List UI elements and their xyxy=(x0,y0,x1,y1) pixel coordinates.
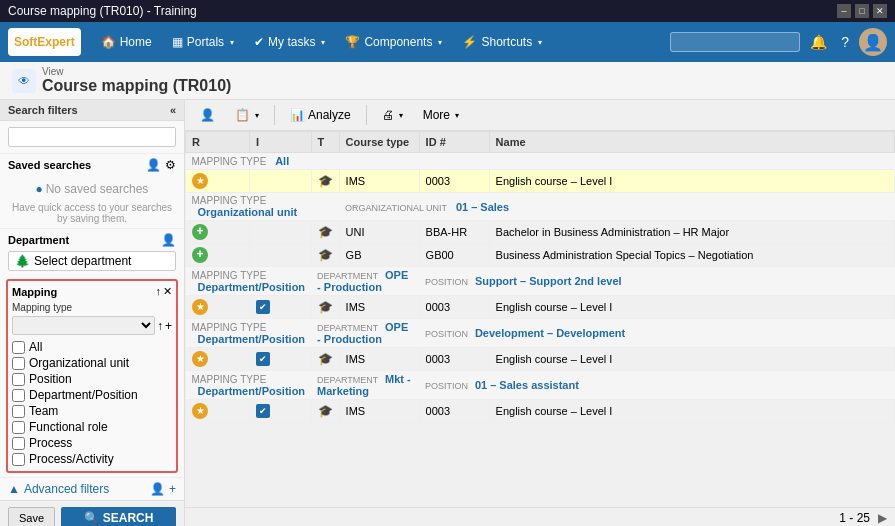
analyze-btn[interactable]: 📊 Analyze xyxy=(283,104,358,126)
cell-name: English course – Level I xyxy=(489,400,894,423)
mapping-check-deptpos[interactable]: Department/Position xyxy=(12,387,172,403)
table-row[interactable]: ★ ✔ 🎓 IMS 0003 English course – Level I xyxy=(186,348,895,371)
cell-r: + xyxy=(186,244,250,267)
table-footer: 1 - 25 ▶ xyxy=(185,507,895,526)
help-icon[interactable]: ? xyxy=(837,30,853,54)
notification-icon[interactable]: 🔔 xyxy=(806,30,831,54)
mapping-icons: ↑ ✕ xyxy=(156,285,173,298)
mapping-group-deptpos3: MAPPING TYPE Department/Position DEPARTM… xyxy=(186,371,895,400)
col-name: Name xyxy=(489,132,894,153)
cell-i xyxy=(249,170,311,193)
breadcrumb-text: View Course mapping (TR010) xyxy=(42,66,231,95)
select-department-btn[interactable]: 🌲 Select department xyxy=(8,251,176,271)
mapping-group-deptpos1-type: MAPPING TYPE Department/Position xyxy=(186,267,312,296)
table-row[interactable]: + 🎓 GB GB00 Business Administration Spec… xyxy=(186,244,895,267)
col-r: R xyxy=(186,132,250,153)
mapping-up-icon[interactable]: ↑ xyxy=(157,319,163,333)
nav-mytasks[interactable]: ✔ My tasks ▾ xyxy=(246,22,333,62)
minimize-btn[interactable]: – xyxy=(837,4,851,18)
nav-portals-label: Portals xyxy=(187,35,224,49)
sidebar-collapse-btn[interactable]: « xyxy=(170,104,176,116)
check-icon: ✔ xyxy=(256,300,270,314)
table-row[interactable]: ★ ✔ 🎓 IMS 0003 English course – Level I xyxy=(186,296,895,319)
mapping-group-deptpos2-dept: DEPARTMENT OPE - Production xyxy=(311,319,419,348)
sidebar-search-input[interactable] xyxy=(8,127,176,147)
mapping-group-deptpos2-type: MAPPING TYPE Department/Position xyxy=(186,319,312,348)
components-icon: 🏆 xyxy=(345,35,360,49)
mapping-group-deptpos1: MAPPING TYPE Department/Position DEPARTM… xyxy=(186,267,895,296)
check-icon: ✔ xyxy=(256,404,270,418)
logo: SoftExpert xyxy=(8,28,81,56)
print-caret: ▾ xyxy=(399,111,403,120)
mapping-check-org[interactable]: Organizational unit xyxy=(12,355,172,371)
print-btn[interactable]: 🖨 ▾ xyxy=(375,104,410,126)
sidebar-bottom: Save 🔍 SEARCH xyxy=(0,500,184,526)
maximize-btn[interactable]: □ xyxy=(855,4,869,18)
mapping-type-select[interactable] xyxy=(12,316,155,335)
close-btn[interactable]: ✕ xyxy=(873,4,887,18)
mapping-icon1[interactable]: ↑ xyxy=(156,285,162,298)
cell-course-type: UNI xyxy=(339,221,419,244)
course-hat-icon: 🎓 xyxy=(318,404,333,418)
person-toolbar-btn[interactable]: 👤 xyxy=(193,104,222,126)
cell-i: ✔ xyxy=(249,400,311,423)
content-area: 👤 📋 ▾ 📊 Analyze 🖨 ▾ More ▾ xyxy=(185,100,895,526)
nav-home[interactable]: 🏠 Home xyxy=(93,22,160,62)
mapping-add-icon[interactable]: + xyxy=(165,319,172,333)
search-button[interactable]: 🔍 SEARCH xyxy=(61,507,176,526)
mapping-group-deptpos1-pos: POSITION Support – Support 2nd level xyxy=(419,267,894,296)
cell-id: 0003 xyxy=(419,400,489,423)
cell-i xyxy=(249,221,311,244)
col-course-type: Course type xyxy=(339,132,419,153)
nav-components[interactable]: 🏆 Components ▾ xyxy=(337,22,450,62)
export-toolbar-btn[interactable]: 📋 ▾ xyxy=(228,104,266,126)
cell-t: 🎓 xyxy=(311,400,339,423)
nav-portals[interactable]: ▦ Portals ▾ xyxy=(164,22,242,62)
content-toolbar: 👤 📋 ▾ 📊 Analyze 🖨 ▾ More ▾ xyxy=(185,100,895,131)
saved-searches-icons: 👤 ⚙ xyxy=(146,158,176,172)
saved-search-add-icon[interactable]: 👤 xyxy=(146,158,161,172)
chevron-up-icon: ▲ xyxy=(8,482,20,496)
mapping-checklist: All Organizational unit Position Departm… xyxy=(12,339,172,467)
mapping-group-deptpos2-pos: POSITION Development – Development xyxy=(419,319,894,348)
mapping-header: Mapping ↑ ✕ xyxy=(12,285,172,298)
table-row[interactable]: + 🎓 UNI BBA-HR Bachelor in Business Admi… xyxy=(186,221,895,244)
main-content: Search filters « Saved searches 👤 ⚙ ● No… xyxy=(0,100,895,526)
mapping-icon2[interactable]: ✕ xyxy=(163,285,172,298)
table-header-row: R I T Course type ID # Name xyxy=(186,132,895,153)
person-icon: 👤 xyxy=(200,108,215,122)
col-i: I xyxy=(249,132,311,153)
search-btn-label: SEARCH xyxy=(103,511,154,525)
nav-shortcuts[interactable]: ⚡ Shortcuts ▾ xyxy=(454,22,550,62)
search-input[interactable] xyxy=(670,32,800,52)
sidebar-header: Search filters « xyxy=(0,100,184,121)
save-button[interactable]: Save xyxy=(8,507,55,526)
more-btn[interactable]: More ▾ xyxy=(416,104,466,126)
mapping-group-all: MAPPING TYPE All xyxy=(186,153,895,170)
table-row[interactable]: ★ ✔ 🎓 IMS 0003 English course – Level I xyxy=(186,400,895,423)
portals-caret: ▾ xyxy=(230,38,234,47)
saved-search-settings-icon[interactable]: ⚙ xyxy=(165,158,176,172)
table-row[interactable]: ★ 🎓 IMS 0003 English course – Level I xyxy=(186,170,895,193)
cell-id: 0003 xyxy=(419,170,489,193)
next-page-btn[interactable]: ▶ xyxy=(878,511,887,525)
mapping-check-func[interactable]: Functional role xyxy=(12,419,172,435)
adv-filter-icon2[interactable]: + xyxy=(169,482,176,496)
mapping-check-all[interactable]: All xyxy=(12,339,172,355)
mapping-check-procact[interactable]: Process/Activity xyxy=(12,451,172,467)
no-saved-searches: ● No saved searches xyxy=(8,176,176,202)
star-icon: ★ xyxy=(192,403,208,419)
advanced-filters[interactable]: ▲ Advanced filters 👤 + xyxy=(0,477,184,500)
mapping-check-team[interactable]: Team xyxy=(12,403,172,419)
dept-tree-icon: 🌲 xyxy=(15,254,30,268)
mapping-check-proc[interactable]: Process xyxy=(12,435,172,451)
mapping-title: Mapping xyxy=(12,286,57,298)
analyze-icon: 📊 xyxy=(290,108,305,122)
advanced-filter-icons: 👤 + xyxy=(150,482,176,496)
cell-name: English course – Level I xyxy=(489,348,894,371)
cell-id: BBA-HR xyxy=(419,221,489,244)
dept-header: Department 👤 xyxy=(8,233,176,247)
department-section: Department 👤 🌲 Select department xyxy=(0,228,184,275)
mapping-check-pos[interactable]: Position xyxy=(12,371,172,387)
adv-filter-icon1[interactable]: 👤 xyxy=(150,482,165,496)
